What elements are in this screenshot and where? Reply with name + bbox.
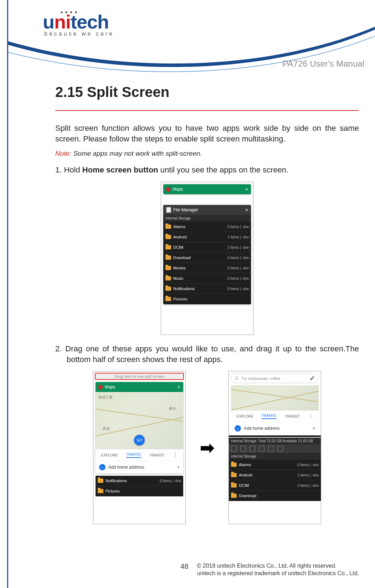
recent-card-maps: Maps × [163, 184, 251, 194]
tab-explore: EXPLORE [236, 414, 253, 418]
folder-icon [165, 297, 171, 301]
list-item: Music0 items | -drw [163, 273, 251, 284]
document-title: PA726 User's Manual [282, 59, 364, 69]
folder-icon [165, 287, 171, 291]
tab-explore: EXPLORE [101, 453, 118, 457]
logo-wordmark: unitech [43, 11, 361, 33]
page-header: • • • • unitech because we care PA726 Us… [0, 0, 375, 71]
folder-icon [231, 494, 237, 498]
intro-paragraph: Split screen function allows you to have… [55, 123, 359, 144]
screenshot-recents: Maps × File Manager × Internal Storage A… [161, 182, 253, 335]
list-item: Android1 items | -drw [163, 232, 251, 242]
list-item: Pictures [163, 294, 251, 304]
close-icon: × [245, 207, 248, 213]
fm-card-header: File Manager × [163, 205, 251, 215]
list-item: Alarms0 items | -drw [163, 222, 251, 232]
step-1: 1. Hold Home screen button until you see… [55, 165, 359, 175]
list-item: Notifications0 items | -drw [163, 284, 251, 294]
tool-icon [240, 446, 246, 452]
tab-transit: TRANSIT [285, 414, 300, 418]
close-icon: × [245, 186, 248, 192]
screenshot-drag: Drag here to use split screen Maps × 政成工… [93, 371, 186, 524]
folder-icon [165, 266, 171, 270]
fm-peek: Notifications0 items | -drw Pictures [96, 476, 183, 496]
screenshot-splitview: ☰ Try restaurants, coffee 🎤 EXPLORE TRAF… [228, 371, 321, 524]
maps-tabs: EXPLORE TRAFFIC TRANSIT ⋮ [96, 449, 183, 461]
page-left-rule [7, 0, 8, 588]
home-icon: ⌂ [99, 464, 106, 470]
maps-map-view [231, 385, 319, 410]
maps-tabs: EXPLORE TRAFFIC TRANSIT ⋮ [231, 410, 319, 422]
plus-icon: + [177, 465, 180, 470]
figure-1: Maps × File Manager × Internal Storage A… [55, 182, 359, 335]
tool-icon [277, 446, 283, 452]
note-label: Note: [55, 150, 71, 157]
drag-here-banner: Drag here to use split screen [95, 373, 184, 380]
note-text: Some apps may not work with split-screen… [71, 150, 202, 157]
tab-transit: TRANSIT [149, 453, 165, 457]
figure-2: Drag here to use split screen Maps × 政成工… [55, 371, 359, 524]
maps-icon [98, 384, 104, 390]
maps-map-view: 政成工業 興大 西成 GO [96, 392, 183, 449]
folder-icon [231, 483, 237, 488]
note-line: Note: Some apps may not work with split-… [55, 150, 359, 158]
page-number: 48 [180, 562, 188, 571]
add-home-row: ⌂Add home address + [231, 422, 319, 435]
recent-card-maps: Maps × 政成工業 興大 西成 GO EXPLORE TRAFFIC TRA… [96, 382, 183, 474]
section-heading: 2.15 Split Screen [55, 84, 359, 100]
maps-icon [165, 186, 171, 192]
tab-traffic: TRAFFIC [126, 453, 141, 458]
file-manager-icon [166, 207, 171, 213]
folder-icon [231, 463, 237, 467]
tool-icon [250, 446, 255, 452]
hamburger-icon: ☰ [235, 376, 238, 381]
tab-traffic: TRAFFIC [262, 414, 277, 419]
maps-card-header: Maps × [96, 382, 183, 392]
folder-icon [231, 473, 237, 477]
page-footer: 48 © 2018 unitech Electronics Co., Ltd. … [55, 562, 359, 577]
recent-card-file-manager: File Manager × Internal Storage Alarms0 … [163, 205, 251, 304]
brand-logo: • • • • unitech because we care [43, 11, 361, 37]
list-item: Pictures [96, 486, 183, 496]
footer-text: © 2018 unitech Electronics Co., Ltd. All… [197, 562, 359, 577]
split-divider [229, 435, 321, 437]
folder-icon [98, 489, 103, 493]
step-2: 2. Drag one of these apps you would like… [55, 344, 359, 365]
tool-icon [259, 446, 264, 452]
list-item: Download [229, 491, 321, 501]
add-home-row: ⌂Add home address + [96, 461, 183, 474]
mic-icon: 🎤 [310, 376, 315, 381]
folder-icon [98, 479, 103, 483]
storage-section-label: Internal Storage [229, 453, 321, 460]
maps-card-header: Maps × [163, 184, 251, 194]
maps-search-bar: ☰ Try restaurants, coffee 🎤 [231, 373, 319, 383]
list-item: Movies0 items | -drw [163, 263, 251, 273]
logo-tagline: because we care [44, 31, 361, 37]
list-item: Alarms0 items | -drw [229, 460, 321, 470]
arrow-right-icon: ➡ [200, 438, 214, 458]
fm-bottom-half: Internal Storage: Total 22.02 GB Availab… [229, 438, 321, 501]
list-item: Notifications0 items | -drw [96, 476, 183, 486]
plus-icon: + [313, 426, 315, 431]
heading-underline [55, 110, 359, 111]
folder-icon [165, 225, 171, 229]
page-content: 2.15 Split Screen Split screen function … [0, 71, 375, 524]
folder-icon [165, 276, 171, 280]
list-item: Android1 items | -drw [229, 470, 321, 480]
list-item: DCIM2 items | -drw [229, 480, 321, 491]
go-button: GO [134, 435, 145, 445]
list-item: Download0 items | -drw [163, 253, 251, 263]
folder-icon [165, 256, 171, 260]
list-item: DCIM2 items | -drw [163, 242, 251, 253]
home-icon: ⌂ [235, 425, 241, 432]
folder-icon [165, 235, 171, 239]
fm-folder-list: Internal Storage Alarms0 items | -drw An… [163, 215, 251, 304]
storage-section-label: Internal Storage [163, 215, 251, 222]
storage-status: Internal Storage: Total 22.02 GB Availab… [229, 438, 321, 444]
logo-dots: • • • • [61, 9, 77, 16]
folder-icon [165, 245, 171, 249]
fm-toolbar [229, 444, 321, 453]
kebab-icon: ⋮ [173, 452, 178, 458]
tool-icon [231, 446, 237, 452]
kebab-icon: ⋮ [308, 413, 313, 419]
